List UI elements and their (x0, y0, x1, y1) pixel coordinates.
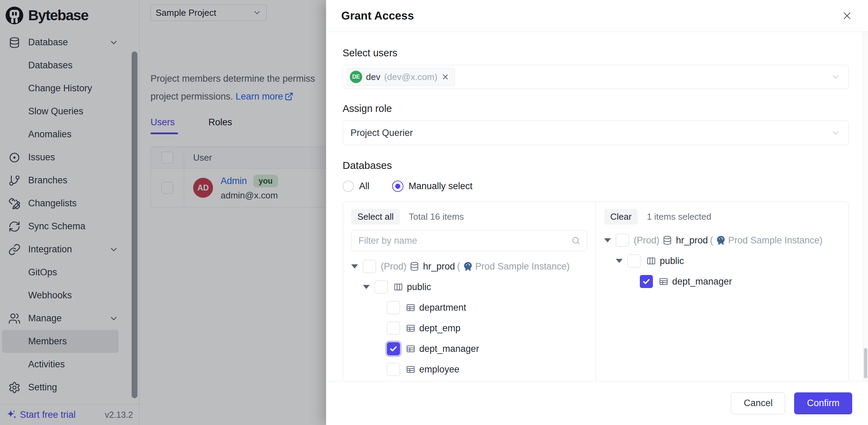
caret-down-icon[interactable] (604, 238, 611, 242)
assign-role-select[interactable]: Project Querier (343, 120, 849, 145)
modal-body: Select users DE dev (dev@x.com) Assign r… (326, 32, 868, 381)
tree-row-table: dept_emp (351, 318, 587, 338)
select-all-button[interactable]: Select all (351, 209, 400, 225)
close-icon[interactable] (841, 10, 853, 22)
selected-items-label: 1 items selected (647, 211, 711, 222)
cancel-button[interactable]: Cancel (731, 392, 785, 414)
modal-footer: Cancel Confirm (326, 381, 868, 425)
transfer-selected-panel: Clear 1 items selected (Prod) hr_prod ( (596, 202, 848, 380)
tree-checkbox[interactable] (627, 254, 641, 267)
remove-user-icon[interactable] (441, 73, 449, 81)
tree-checkbox[interactable] (375, 280, 388, 294)
confirm-button[interactable]: Confirm (794, 392, 852, 414)
modal-title: Grant Access (341, 9, 414, 22)
database-icon (409, 261, 420, 272)
tree-checkbox[interactable] (616, 234, 629, 247)
selected-tree: (Prod) hr_prod ( Prod Sample Instance) p… (604, 230, 840, 292)
tree-checkbox[interactable] (387, 363, 400, 376)
assign-role-label: Assign role (343, 103, 849, 114)
check-icon (642, 277, 651, 286)
database-transfer: Select all Total 16 items (Prod) (343, 202, 849, 380)
tree-checkbox[interactable] (387, 322, 400, 335)
chevron-down-icon (831, 128, 841, 138)
caret-down-icon[interactable] (363, 285, 370, 289)
postgresql-icon (462, 261, 473, 272)
app-screen: Bytebase Database Databases Change Histo… (0, 0, 868, 425)
total-items-label: Total 16 items (409, 211, 464, 222)
tree-row-instance: (Prod) hr_prod ( Prod Sample Instance) (351, 256, 587, 277)
database-scope-radios: All Manually select (343, 180, 849, 192)
tree-row-schema: public (604, 251, 840, 271)
tree-checkbox-checked[interactable] (640, 275, 653, 288)
filter-input-wrap (351, 230, 587, 251)
caret-down-icon[interactable] (351, 264, 358, 268)
avatar: DE (350, 71, 362, 83)
schema-icon (393, 282, 403, 292)
radio-manual-control[interactable] (392, 181, 403, 192)
tree-checkbox[interactable] (363, 260, 376, 273)
postgresql-icon (715, 235, 726, 246)
table-icon (405, 344, 416, 354)
modal-scrollbar-track[interactable] (863, 32, 868, 381)
filter-input[interactable] (358, 235, 571, 246)
tree-row-table: department (351, 297, 587, 318)
table-icon (658, 276, 669, 287)
tree-row-schema: public (351, 277, 587, 297)
schema-icon (646, 256, 656, 266)
tree-row-table-selected: dept_manager (604, 271, 840, 292)
chip-user-name: dev (366, 72, 380, 82)
chevron-down-icon (831, 72, 841, 82)
search-icon (571, 236, 581, 245)
source-tree: (Prod) hr_prod ( Prod Sample Instance) p… (351, 256, 587, 380)
database-icon (662, 235, 672, 245)
tree-row-instance: (Prod) hr_prod ( Prod Sample Instance) (604, 230, 840, 251)
tree-row-table: employee (351, 359, 587, 380)
radio-all[interactable]: All (343, 181, 369, 192)
check-icon (389, 344, 398, 354)
table-icon (405, 302, 416, 313)
caret-down-icon[interactable] (616, 259, 623, 263)
tree-checkbox-checked[interactable] (387, 342, 400, 355)
radio-all-control[interactable] (343, 181, 354, 192)
radio-manually-select[interactable]: Manually select (392, 181, 472, 192)
tree-checkbox[interactable] (387, 301, 400, 314)
table-icon (405, 323, 416, 333)
modal-header: Grant Access (326, 0, 868, 32)
clear-button[interactable]: Clear (604, 209, 638, 225)
select-users-input[interactable]: DE dev (dev@x.com) (343, 65, 849, 89)
select-users-label: Select users (343, 47, 849, 59)
chip-user-email: (dev@x.com) (384, 72, 437, 82)
transfer-source-panel: Select all Total 16 items (Prod) (343, 202, 596, 380)
assign-role-value: Project Querier (350, 128, 413, 138)
modal-scrollbar-thumb[interactable] (864, 348, 867, 378)
selected-user-chip: DE dev (dev@x.com) (347, 68, 455, 86)
grant-access-modal: Grant Access Select users DE dev (dev@x.… (326, 0, 868, 425)
table-icon (405, 364, 416, 375)
tree-row-table-selected: dept_manager (351, 338, 587, 359)
databases-heading: Databases (343, 159, 849, 172)
